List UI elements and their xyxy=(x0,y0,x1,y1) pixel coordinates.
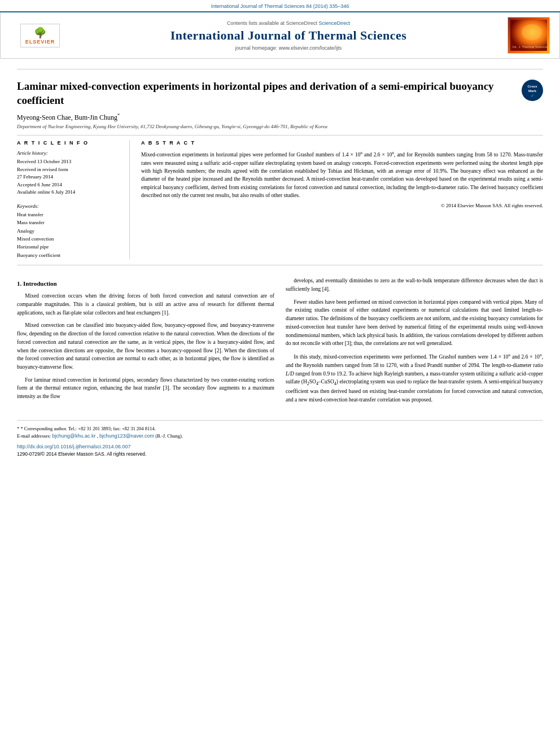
journal-cover-thumbnail: Int. J. Thermal Sciences xyxy=(508,17,550,54)
article-title-section: Laminar mixed-convection experiments in … xyxy=(17,80,543,107)
footer-copyright: 1290-0729/© 2014 Elsevier Masson SAS. Al… xyxy=(17,451,543,457)
svg-text:Int. J. Thermal Sciences: Int. J. Thermal Sciences xyxy=(513,45,547,49)
abstract-divider xyxy=(17,265,543,265)
intro-para-1: Mixed convection occurs when the driving… xyxy=(17,292,274,317)
journal-homepage: journal homepage: www.elsevier.com/locat… xyxy=(74,45,503,51)
svg-text:Cross: Cross xyxy=(527,85,537,88)
journal-logo-right: Int. J. Thermal Sciences xyxy=(503,17,554,54)
top-citation-bar: International Journal of Thermal Science… xyxy=(0,0,560,12)
email-line: E-mail addresses: bjchung@khu.ac.kr , bj… xyxy=(17,433,543,440)
intro-para-3: For laminar mixed convection in horizont… xyxy=(17,376,274,401)
journal-title-center: Contents lists available at ScienceDirec… xyxy=(74,20,503,51)
abstract-column: A B S T R A C T Mixed-convection experim… xyxy=(141,140,543,259)
article-content: Laminar mixed-convection experiments in … xyxy=(0,59,560,409)
accepted-date: Accepted 6 June 2014 xyxy=(17,181,121,189)
keyword-3: Analogy xyxy=(17,227,121,235)
section-number: 1. xyxy=(17,280,23,287)
article-info-column: A R T I C L E I N F O Article history: R… xyxy=(17,140,130,259)
journal-logo-left: 🌳 ELSEVIER xyxy=(6,24,74,47)
keyword-6: Buoyancy coefficient xyxy=(17,251,121,259)
email-2[interactable]: bjchung123@naver.com xyxy=(99,433,154,439)
abstract-copyright: © 2014 Elsevier Masson SAS. All rights r… xyxy=(141,203,543,208)
journal-header: 🌳 ELSEVIER Contents lists available at S… xyxy=(0,12,560,59)
abstract-header: A B S T R A C T xyxy=(141,140,543,146)
keyword-5: Horizontal pipe xyxy=(17,243,121,251)
affiliation: Department of Nuclear Engineering, Kyung… xyxy=(17,124,543,129)
introduction-title: 1. Introduction xyxy=(17,279,274,289)
doi-line: http://dx.doi.org/10.1016/j.ijthermalsci… xyxy=(17,443,543,449)
corresponding-text: * Corresponding author. Tel.: +82 31 201… xyxy=(20,426,155,431)
corresponding-note: * * Corresponding author. Tel.: +82 31 2… xyxy=(17,425,543,433)
authors-divider xyxy=(17,135,543,136)
keywords-section: Keywords: Heat transfer Mass transfer An… xyxy=(17,203,121,259)
crossmark-badge: Cross Mark ✓ xyxy=(522,80,543,101)
body-columns: 1. Introduction Mixed convection occurs … xyxy=(17,277,543,409)
right-para-1: develops, and eventually diminishes to z… xyxy=(286,277,543,293)
citation-text: International Journal of Thermal Science… xyxy=(211,3,349,9)
footer-area: * * Corresponding author. Tel.: +82 31 2… xyxy=(17,420,543,462)
crossmark-icon: Cross Mark ✓ xyxy=(522,80,543,101)
svg-rect-0 xyxy=(510,20,547,51)
right-para-3: In this study, mixed-convection experime… xyxy=(286,352,543,404)
journal-main-title: International Journal of Thermal Science… xyxy=(74,28,503,43)
author-names: Myeong-Seon Chae, Bum-Jin Chung xyxy=(17,113,117,121)
keyword-1: Heat transfer xyxy=(17,211,121,219)
doi-link[interactable]: http://dx.doi.org/10.1016/j.ijthermalsci… xyxy=(17,444,131,449)
article-info-header: A R T I C L E I N F O xyxy=(17,140,121,146)
authors: Myeong-Seon Chae, Bum-Jin Chung* xyxy=(17,113,543,122)
keywords-label: Keywords: xyxy=(17,203,121,209)
elsevier-tree-icon: 🌳 xyxy=(34,27,46,39)
article-history-label: Article history: xyxy=(17,150,121,156)
body-right-column: develops, and eventually diminishes to z… xyxy=(286,277,543,409)
abstract-text: Mixed-convection experiments in horizont… xyxy=(141,150,543,199)
body-left-column: 1. Introduction Mixed convection occurs … xyxy=(17,277,274,409)
svg-point-1 xyxy=(522,24,542,40)
section-name: Introduction xyxy=(23,280,57,287)
email-suffix: (B.-J. Chung). xyxy=(155,433,183,439)
elsevier-label: ELSEVIER xyxy=(25,39,55,45)
right-para-2: Fewer studies have been performed on mix… xyxy=(286,298,543,348)
elsevier-logo-box: 🌳 ELSEVIER xyxy=(20,24,60,47)
svg-text:Mark: Mark xyxy=(528,89,537,93)
svg-text:✓: ✓ xyxy=(531,94,534,98)
page: International Journal of Thermal Science… xyxy=(0,0,560,747)
science-direct-link[interactable]: ScienceDirect xyxy=(319,20,351,26)
revised-label: Received in revised form xyxy=(17,166,121,174)
keyword-4: Mixed convection xyxy=(17,235,121,243)
available-date: Available online 6 July 2014 xyxy=(17,189,121,196)
corresponding-marker: * xyxy=(117,113,120,118)
email-label: E-mail addresses: xyxy=(17,433,51,439)
intro-para-2: Mixed convection can be classified into … xyxy=(17,321,274,371)
article-title: Laminar mixed-convection experiments in … xyxy=(17,80,513,107)
email-1[interactable]: bjchung@khu.ac.kr xyxy=(52,433,95,439)
keyword-2: Mass transfer xyxy=(17,219,121,226)
header-divider xyxy=(17,69,543,69)
info-abstract-columns: A R T I C L E I N F O Article history: R… xyxy=(17,140,543,259)
revised-date: 27 February 2014 xyxy=(17,173,121,181)
contents-availability: Contents lists available at ScienceDirec… xyxy=(74,20,503,26)
received-date: Received 13 October 2013 xyxy=(17,158,121,166)
